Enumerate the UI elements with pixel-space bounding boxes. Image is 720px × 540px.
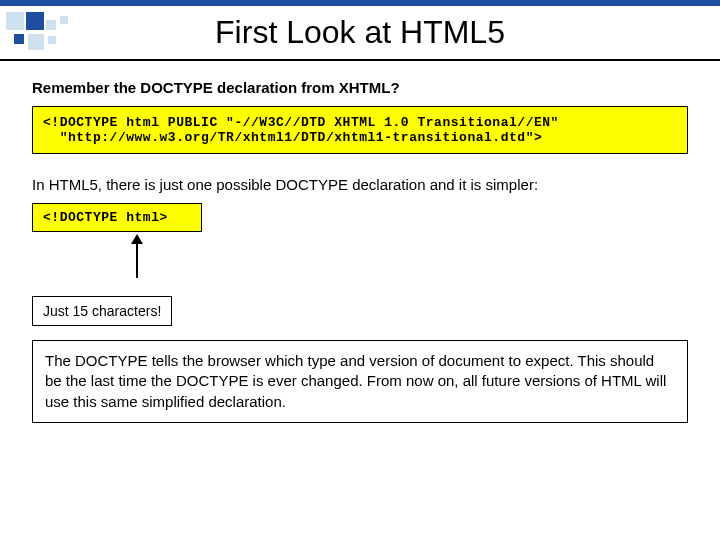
explanation-box: The DOCTYPE tells the browser which type… [32, 340, 688, 423]
arrow-icon [127, 234, 147, 282]
arrow-annotation [32, 234, 688, 290]
lead-text-1: Remember the DOCTYPE declaration from XH… [32, 79, 688, 96]
slide-body: Remember the DOCTYPE declaration from XH… [0, 61, 720, 423]
doctype-xhtml-code: <!DOCTYPE html PUBLIC "-//W3C//DTD XHTML… [32, 106, 688, 154]
svg-marker-1 [131, 234, 143, 244]
slide-header: First Look at HTML5 [0, 6, 720, 61]
slide-title: First Look at HTML5 [0, 14, 720, 51]
doctype-html5-code: <!DOCTYPE html> [32, 203, 202, 232]
lead-text-2: In HTML5, there is just one possible DOC… [32, 176, 688, 193]
decorative-squares [6, 10, 96, 56]
character-count-note: Just 15 characters! [32, 296, 172, 326]
